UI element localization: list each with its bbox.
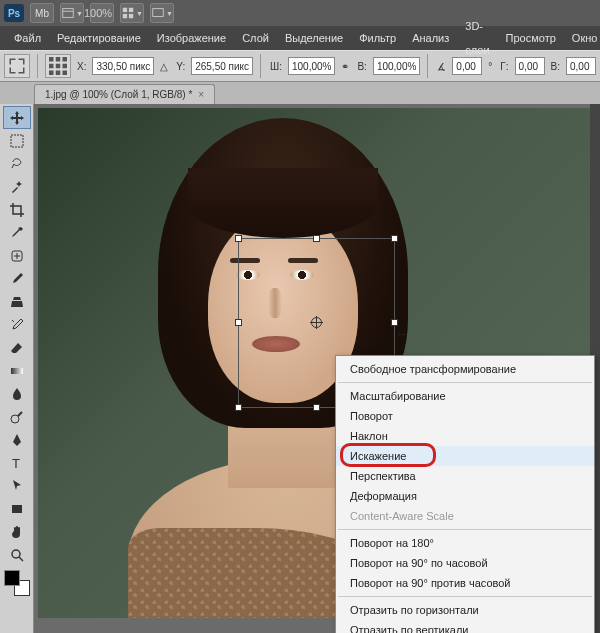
context-menu-item[interactable]: Поворот на 180° [336, 533, 594, 553]
title-bar: Ps Mb ▼ 100%▼ ▼ ▼ [0, 0, 600, 26]
svg-rect-2 [123, 8, 127, 12]
transform-tool-icon[interactable] [4, 54, 30, 78]
foreground-color-swatch[interactable] [4, 570, 20, 586]
menu-view[interactable]: Просмотр [498, 26, 564, 50]
gradient-tool[interactable] [3, 359, 31, 382]
reference-point-icon[interactable] [45, 54, 71, 78]
svg-rect-8 [56, 57, 60, 61]
context-menu-item[interactable]: Наклон [336, 426, 594, 446]
context-menu-item[interactable]: Искажение [336, 446, 594, 466]
zoom-tool[interactable] [3, 543, 31, 566]
context-menu-item[interactable]: Перспектива [336, 466, 594, 486]
arrange-documents-button[interactable]: ▼ [120, 3, 144, 23]
h-label: В: [355, 61, 368, 72]
svg-rect-6 [153, 9, 164, 17]
menu-filter[interactable]: Фильтр [351, 26, 404, 50]
menu-analysis[interactable]: Анализ [404, 26, 457, 50]
marquee-tool[interactable] [3, 129, 31, 152]
menu-image[interactable]: Изображение [149, 26, 234, 50]
transform-handle[interactable] [391, 319, 398, 326]
type-tool[interactable]: T [3, 451, 31, 474]
zoom-value: 100% [78, 7, 118, 19]
svg-rect-3 [129, 8, 133, 12]
clone-stamp-tool[interactable] [3, 290, 31, 313]
skew-v-input[interactable]: 0,00 [566, 57, 596, 75]
transform-handle[interactable] [313, 404, 320, 411]
photoshop-logo: Ps [4, 4, 24, 22]
transform-center-icon[interactable] [311, 317, 322, 328]
context-menu-item[interactable]: Поворот на 90° по часовой [336, 553, 594, 573]
x-label: X: [75, 61, 88, 72]
skew-h-label: Г: [498, 61, 510, 72]
menu-file[interactable]: Файл [6, 26, 49, 50]
menu-window[interactable]: Окно [564, 26, 600, 50]
move-tool[interactable] [3, 106, 31, 129]
svg-text:T: T [12, 456, 20, 471]
close-tab-icon[interactable]: × [198, 89, 204, 100]
screen-mode-button[interactable]: ▼ [150, 3, 174, 23]
rectangle-tool[interactable] [3, 497, 31, 520]
hand-tool[interactable] [3, 520, 31, 543]
h-input[interactable]: 100,00% [373, 57, 420, 75]
transform-handle[interactable] [235, 404, 242, 411]
menu-bar: Файл Редактирование Изображение Слой Выд… [0, 26, 600, 50]
document-tab-row: 1.jpg @ 100% (Слой 1, RGB/8) * × [0, 82, 600, 104]
angle-input[interactable]: 0,00 [452, 57, 482, 75]
menu-select[interactable]: Выделение [277, 26, 351, 50]
context-menu: Свободное трансформированиеМасштабирован… [335, 355, 595, 633]
context-menu-item[interactable]: Свободное трансформирование [336, 359, 594, 379]
svg-rect-9 [62, 57, 66, 61]
context-menu-item[interactable]: Масштабирование [336, 386, 594, 406]
zoom-level-button[interactable]: 100%▼ [90, 3, 114, 23]
menu-edit[interactable]: Редактирование [49, 26, 149, 50]
document-tab[interactable]: 1.jpg @ 100% (Слой 1, RGB/8) * × [34, 84, 215, 104]
svg-rect-13 [49, 71, 53, 75]
context-menu-item[interactable]: Деформация [336, 486, 594, 506]
tool-palette: T [0, 104, 34, 633]
x-input[interactable]: 330,50 пикс [92, 57, 154, 75]
delta-icon[interactable]: △ [158, 61, 170, 72]
color-swatches[interactable] [4, 570, 30, 596]
pen-tool[interactable] [3, 428, 31, 451]
svg-rect-5 [129, 14, 133, 18]
svg-rect-0 [63, 9, 74, 18]
eraser-tool[interactable] [3, 336, 31, 359]
y-label: Y: [174, 61, 187, 72]
crop-tool[interactable] [3, 198, 31, 221]
document-tab-title: 1.jpg @ 100% (Слой 1, RGB/8) * [45, 89, 192, 100]
svg-rect-12 [62, 64, 66, 68]
context-menu-item[interactable]: Отразить по горизонтали [336, 600, 594, 620]
history-brush-tool[interactable] [3, 313, 31, 336]
context-menu-item[interactable]: Отразить по вертикали [336, 620, 594, 633]
svg-rect-18 [11, 368, 23, 374]
path-selection-tool[interactable] [3, 474, 31, 497]
w-label: Ш: [268, 61, 284, 72]
chevron-down-icon: ▼ [136, 10, 143, 17]
skew-v-label: В: [549, 61, 562, 72]
lasso-tool[interactable] [3, 152, 31, 175]
svg-rect-21 [12, 505, 22, 513]
transform-handle[interactable] [235, 319, 242, 326]
transform-handle[interactable] [391, 235, 398, 242]
y-input[interactable]: 265,50 пикс [191, 57, 253, 75]
w-input[interactable]: 100,00% [288, 57, 335, 75]
eyedropper-tool[interactable] [3, 221, 31, 244]
menu-3d[interactable]: 3D-слои [457, 14, 497, 62]
menu-layer[interactable]: Слой [234, 26, 277, 50]
context-menu-item[interactable]: Поворот на 90° против часовой [336, 573, 594, 593]
transform-handle[interactable] [313, 235, 320, 242]
bridge-button[interactable]: Mb [30, 3, 54, 23]
angle-icon: ∡ [435, 61, 448, 72]
context-menu-item[interactable]: Поворот [336, 406, 594, 426]
dodge-tool[interactable] [3, 405, 31, 428]
brush-tool[interactable] [3, 267, 31, 290]
bridge-label: Mb [35, 8, 49, 19]
options-bar: X: 330,50 пикс △ Y: 265,50 пикс Ш: 100,0… [0, 50, 600, 82]
blur-tool[interactable] [3, 382, 31, 405]
healing-brush-tool[interactable] [3, 244, 31, 267]
svg-rect-4 [123, 14, 127, 18]
skew-h-input[interactable]: 0,00 [515, 57, 545, 75]
magic-wand-tool[interactable] [3, 175, 31, 198]
transform-handle[interactable] [235, 235, 242, 242]
link-icon[interactable]: ⚭ [339, 61, 351, 72]
